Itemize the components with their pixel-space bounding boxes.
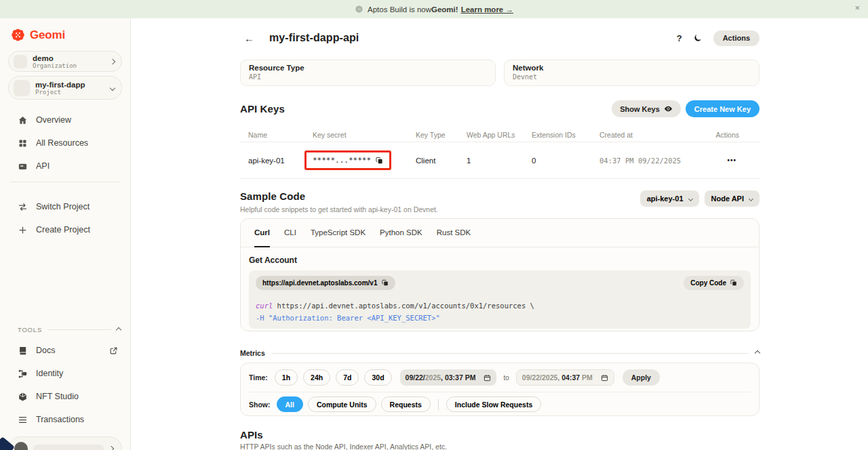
- extension-ids-cell: 0: [532, 157, 599, 165]
- from-datetime-input[interactable]: 09/22/2025, 03:37 PM: [400, 369, 497, 386]
- base-url-pill[interactable]: https://api.devnet.aptoslabs.com/v1: [256, 276, 395, 290]
- date-part: , 03:37 PM: [441, 373, 475, 382]
- key-select-value: api-key-01: [647, 195, 684, 203]
- sidebar-item-switch-project[interactable]: Switch Project: [8, 195, 122, 218]
- banner-close-icon[interactable]: ×: [854, 3, 860, 13]
- sidebar-item-label: Overview: [36, 115, 71, 125]
- show-compute-units-button[interactable]: Compute Units: [308, 396, 376, 412]
- banner-learn-more-link[interactable]: Learn more →: [461, 5, 513, 14]
- row-actions-menu[interactable]: •••: [685, 157, 760, 164]
- copy-code-button[interactable]: Copy Code: [684, 276, 744, 290]
- created-at-cell: 04:37 PM 09/22/2025: [599, 157, 685, 165]
- list-icon: [18, 415, 28, 425]
- column-header: Extension IDs: [532, 131, 599, 139]
- api-keys-title: API Keys: [240, 103, 285, 115]
- preset-1h-button[interactable]: 1h: [275, 369, 298, 386]
- create-new-key-button[interactable]: Create New Key: [686, 100, 760, 117]
- apis-section-title: APIs: [240, 429, 760, 441]
- tab-typescript-sdk[interactable]: TypeScript SDK: [311, 219, 366, 247]
- api-select-value: Node API: [711, 195, 745, 203]
- dark-mode-toggle-icon[interactable]: [693, 33, 703, 43]
- include-slow-requests-toggle[interactable]: Include Slow Requests: [446, 396, 541, 412]
- back-arrow-icon[interactable]: ←: [244, 33, 254, 44]
- preset-30d-button[interactable]: 30d: [364, 369, 391, 386]
- date-part: 04:37: [561, 373, 580, 382]
- sidebar-item-docs[interactable]: Docs: [8, 339, 122, 362]
- sidebar-item-label: Create Project: [36, 225, 90, 234]
- flower-icon: [355, 5, 363, 14]
- base-url-value: https://api.devnet.aptoslabs.com/v1: [262, 279, 377, 287]
- tab-python-sdk[interactable]: Python SDK: [380, 219, 422, 247]
- preset-24h-button[interactable]: 24h: [303, 369, 330, 386]
- to-label: to: [503, 374, 509, 382]
- web-app-urls-cell: 1: [467, 157, 532, 165]
- sample-code-card: Curl CLI TypeScript SDK Python SDK Rust …: [240, 218, 760, 331]
- chevron-right-icon: [108, 446, 114, 450]
- show-keys-button[interactable]: Show Keys: [612, 100, 681, 117]
- date-part: 09/22/: [406, 373, 425, 382]
- network-value: Devnet: [513, 73, 751, 81]
- copy-icon: [382, 279, 389, 287]
- metrics-title: Metrics: [240, 349, 265, 357]
- org-switcher[interactable]: demo Organization: [8, 51, 122, 72]
- tab-rust-sdk[interactable]: Rust SDK: [437, 219, 471, 247]
- tools-label: TOOLS: [18, 326, 42, 333]
- sidebar-item-label: Transactions: [36, 415, 118, 424]
- sidebar-item-identity[interactable]: Identity: [8, 362, 122, 385]
- copy-icon[interactable]: [376, 157, 383, 165]
- project-name: my-first-dapp: [35, 81, 105, 89]
- sidebar-item-overview[interactable]: Overview: [8, 108, 122, 131]
- apply-button[interactable]: Apply: [623, 369, 660, 386]
- key-select-dropdown[interactable]: api-key-01: [640, 190, 699, 207]
- tab-curl[interactable]: Curl: [254, 219, 270, 247]
- org-type: Organization: [33, 62, 105, 69]
- org-avatar: [14, 55, 27, 68]
- code-text: https://api.devnet.aptoslabs.com/v1/acco…: [273, 302, 534, 310]
- show-all-button[interactable]: All: [277, 396, 303, 412]
- chevron-right-icon: [110, 58, 115, 64]
- sidebar-item-transactions[interactable]: Transactions: [8, 408, 122, 431]
- vertical-divider: [438, 399, 439, 410]
- api-select-dropdown[interactable]: Node API: [705, 190, 760, 207]
- sidebar-item-create-project[interactable]: Create Project: [8, 218, 122, 241]
- sidebar-item-api[interactable]: API: [8, 155, 122, 178]
- geomi-logo[interactable]: Geomi: [11, 28, 122, 42]
- metrics-divider: [272, 353, 749, 354]
- resource-type-card: Resource Type API: [240, 60, 496, 86]
- sidebar-item-all-resources[interactable]: All Resources: [8, 131, 122, 155]
- tools-section-header[interactable]: TOOLS: [8, 326, 122, 333]
- show-requests-button[interactable]: Requests: [381, 396, 431, 412]
- tools-divider: [47, 329, 111, 330]
- home-icon: [18, 115, 28, 125]
- date-part: PM: [580, 373, 593, 382]
- sidebar-item-nft-studio[interactable]: NFT Studio: [8, 385, 122, 408]
- logo-text: Geomi: [30, 28, 65, 42]
- curl-snippet: curl https://api.devnet.aptoslabs.com/v1…: [256, 300, 744, 324]
- book-icon: [18, 346, 28, 356]
- user-avatar: [14, 442, 28, 450]
- sidebar: Geomi demo Organization my-first-dapp Pr…: [0, 18, 131, 450]
- resource-type-label: Resource Type: [249, 64, 487, 72]
- metrics-section-header[interactable]: Metrics: [240, 349, 760, 357]
- eye-icon: [664, 104, 673, 113]
- user-account-card[interactable]: [8, 436, 122, 450]
- column-header: Key secret: [313, 131, 416, 139]
- calendar-icon: [484, 374, 491, 382]
- project-switcher[interactable]: my-first-dapp Project: [8, 76, 122, 100]
- tab-cli[interactable]: CLI: [284, 219, 296, 247]
- column-header: Name: [248, 131, 313, 139]
- date-part: 09/22/2025,: [522, 373, 561, 382]
- preset-7d-button[interactable]: 7d: [336, 369, 359, 386]
- network-label: Network: [513, 64, 751, 72]
- chevron-down-icon: [688, 196, 692, 201]
- help-icon[interactable]: ?: [677, 33, 682, 43]
- sidebar-item-label: All Resources: [36, 138, 88, 148]
- project-avatar: [14, 80, 30, 96]
- to-datetime-input[interactable]: 09/22/2025, 04:37 PM: [516, 369, 614, 386]
- org-name: demo: [33, 54, 105, 62]
- show-keys-label: Show Keys: [620, 105, 660, 113]
- chevron-down-icon: [110, 85, 115, 90]
- banner-text: Aptos Build is now: [368, 5, 431, 14]
- show-label: Show:: [249, 401, 271, 409]
- actions-button[interactable]: Actions: [713, 30, 760, 46]
